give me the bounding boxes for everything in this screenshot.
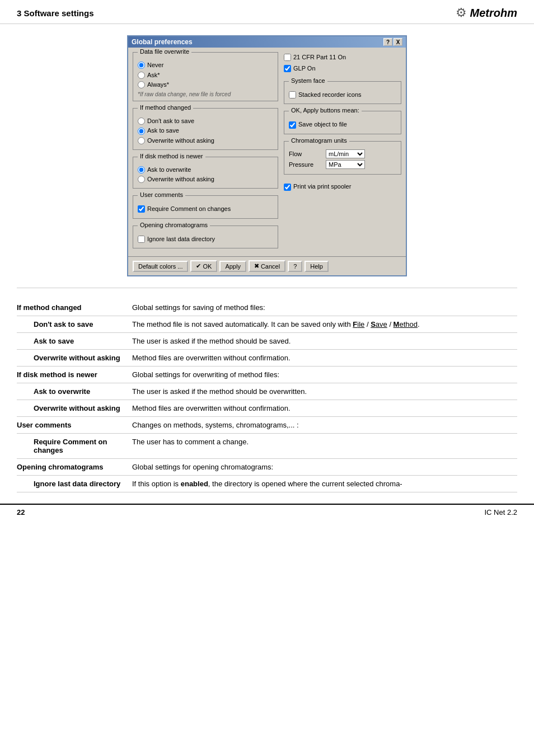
- flow-row: Flow mL/min µL/min: [289, 149, 396, 158]
- term-cell: Opening chromatograms: [17, 459, 129, 476]
- top-checkboxes: 21 CFR Part 11 On GLP On: [284, 52, 401, 74]
- chromatogram-units-label: Chromatogram units: [289, 137, 349, 144]
- radio-ask[interactable]: [138, 72, 145, 79]
- question-button[interactable]: ?: [288, 261, 302, 272]
- table-row: Ignore last data directory If this optio…: [17, 476, 517, 492]
- def-cell: Changes on methods, systems, chromatogra…: [129, 417, 517, 434]
- cancel-label: Cancel: [261, 263, 280, 270]
- help-label: Help: [310, 263, 323, 270]
- data-file-overwrite-group: Data file overwrite Never Ask* Always* *…: [133, 52, 278, 101]
- print-spooler-row: Print via print spooler: [284, 181, 401, 192]
- radio-askoverwrite[interactable]: [138, 166, 145, 173]
- stacked-recorder-checkbox[interactable]: [289, 91, 296, 98]
- pressure-select[interactable]: MPa bar psi: [326, 160, 365, 169]
- radio-askoverwrite-label: Ask to overwrite: [147, 165, 191, 175]
- apply-button[interactable]: Apply: [219, 261, 246, 272]
- radio-ask-row: Ask*: [138, 71, 273, 81]
- def-cell: The method file is not saved automatical…: [129, 316, 517, 333]
- flow-select[interactable]: mL/min µL/min: [326, 149, 365, 158]
- global-preferences-dialog: Global preferences ? X Data file overwri…: [127, 35, 407, 276]
- cancel-icon: ✖: [254, 262, 259, 270]
- radio-overwrite-method[interactable]: [138, 137, 145, 144]
- def-cell: Global settings for opening chromatogram…: [129, 459, 517, 476]
- table-row: Ask to save The user is asked if the met…: [17, 333, 517, 350]
- sub-term-cell: Ask to overwrite: [17, 383, 129, 400]
- chromatogram-units-group: Chromatogram units Flow mL/min µL/min Pr…: [284, 141, 401, 175]
- system-face-label: System face: [289, 77, 327, 84]
- ignore-directory-checkbox[interactable]: [138, 236, 145, 243]
- stacked-recorder-row: Stacked recorder icons: [289, 90, 396, 101]
- require-comment-row: Require Comment on changes: [138, 204, 273, 215]
- def-cell: Method files are overwritten without con…: [129, 350, 517, 367]
- dialog-close-button[interactable]: X: [394, 38, 402, 46]
- opening-chromatograms-group: Opening chromatograms Ignore last data d…: [133, 226, 278, 249]
- table-row: If disk method is newer Global settings …: [17, 367, 517, 383]
- ok-apply-group: OK, Apply buttons mean: Save object to f…: [284, 111, 401, 134]
- disk-method-label: If disk method is newer: [138, 153, 205, 159]
- print-spooler-checkbox[interactable]: [284, 184, 291, 191]
- term-cell: If disk method is newer: [17, 367, 129, 383]
- sub-term-cell: Require Comment on changes: [17, 434, 129, 459]
- section-divider: [17, 288, 517, 288]
- help-button[interactable]: Help: [305, 261, 329, 272]
- save-object-checkbox[interactable]: [289, 121, 296, 129]
- def-cell: Method files are overwritten without con…: [129, 400, 517, 417]
- glp-checkbox[interactable]: [284, 65, 291, 72]
- cfr-checkbox[interactable]: [284, 54, 291, 61]
- radio-overwrite-disk-row: Overwrite without asking: [138, 175, 273, 185]
- table-row: User comments Changes on methods, system…: [17, 417, 517, 434]
- dialog-titlebar-buttons: ? X: [383, 38, 402, 46]
- dialog-body: Data file overwrite Never Ask* Always* *…: [128, 48, 406, 256]
- section-title: 3 Software settings: [17, 8, 94, 18]
- def-cell: The user is asked if the method should b…: [129, 383, 517, 400]
- radio-never[interactable]: [138, 62, 145, 69]
- table-row: Ask to overwrite The user is asked if th…: [17, 383, 517, 400]
- radio-asktosave-label: Ask to save: [147, 126, 179, 136]
- content-area: If method changed Global settings for sa…: [0, 294, 534, 504]
- def-cell: If this option is enabled, the directory…: [129, 476, 517, 492]
- radio-asktosave[interactable]: [138, 128, 145, 135]
- disk-method-group: If disk method is newer Ask to overwrite…: [133, 157, 278, 189]
- flow-label: Flow: [289, 151, 322, 157]
- save-object-row: Save object to file: [289, 119, 396, 130]
- logo-icon: ⚙: [456, 6, 467, 20]
- radio-always[interactable]: [138, 81, 145, 88]
- opening-chromatograms-label: Opening chromatograms: [138, 222, 210, 228]
- dialog-help-button[interactable]: ?: [383, 38, 392, 46]
- glp-row: GLP On: [284, 63, 401, 74]
- dialog-left-col: Data file overwrite Never Ask* Always* *…: [133, 52, 278, 252]
- dialog-outer: Global preferences ? X Data file overwri…: [0, 24, 534, 282]
- radio-dontask[interactable]: [138, 118, 145, 125]
- table-row: If method changed Global settings for sa…: [17, 299, 517, 316]
- user-comments-label: User comments: [138, 191, 185, 198]
- sub-term-cell: Overwrite without asking: [17, 350, 129, 367]
- term-cell: If method changed: [17, 299, 129, 316]
- radio-ask-label: Ask*: [147, 71, 160, 81]
- page-number: 22: [17, 508, 25, 516]
- dialog-right-col: 21 CFR Part 11 On GLP On System face Sta…: [284, 52, 401, 252]
- method-changed-group: If method changed Don't ask to save Ask …: [133, 108, 278, 150]
- def-cell: The user is asked if the method should b…: [129, 333, 517, 350]
- require-comment-label: Require Comment on changes: [147, 204, 231, 215]
- require-comment-checkbox[interactable]: [138, 205, 145, 213]
- ok-button[interactable]: ✔ OK: [190, 260, 217, 272]
- radio-never-row: Never: [138, 60, 273, 71]
- dialog-title: Global preferences: [132, 38, 193, 46]
- page-header: 3 Software settings ⚙ Metrohm: [0, 0, 534, 24]
- term-cell: User comments: [17, 417, 129, 434]
- sub-term-cell: Overwrite without asking: [17, 400, 129, 417]
- radio-overwrite-disk[interactable]: [138, 176, 145, 183]
- radio-overwrite-method-label: Overwrite without asking: [147, 136, 214, 146]
- logo-area: ⚙ Metrohm: [456, 6, 517, 20]
- cancel-button[interactable]: ✖ Cancel: [249, 260, 285, 272]
- user-comments-group: User comments Require Comment on changes: [133, 195, 278, 219]
- default-colors-button[interactable]: Default colors ...: [133, 261, 188, 272]
- pressure-label: Pressure: [289, 161, 322, 168]
- glp-label: GLP On: [293, 63, 316, 74]
- dialog-footer: Default colors ... ✔ OK Apply ✖ Cancel ?…: [128, 256, 406, 275]
- print-spooler-label: Print via print spooler: [293, 181, 351, 192]
- apply-label: Apply: [225, 263, 241, 270]
- ok-icon: ✔: [196, 262, 201, 270]
- table-row: Don't ask to save The method file is not…: [17, 316, 517, 333]
- ignore-directory-row: Ignore last data directory: [138, 234, 273, 245]
